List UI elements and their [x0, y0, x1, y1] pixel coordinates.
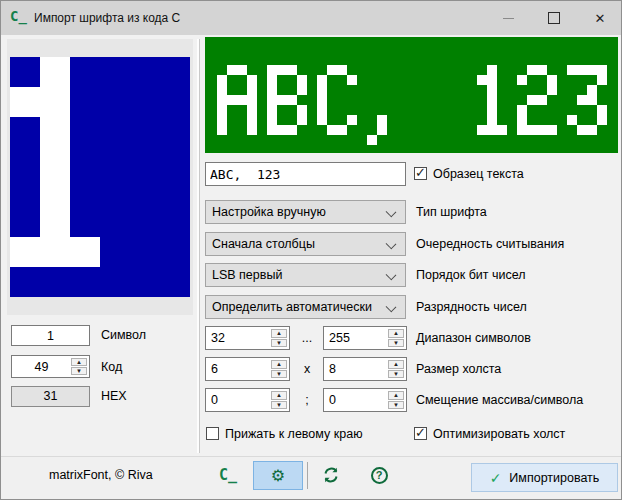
size-separator: x [290, 357, 324, 381]
maximize-icon [548, 12, 560, 24]
titlebar: C_ Импорт шрифта из кода C ✕ [1, 1, 621, 35]
spin-down-icon[interactable]: ▼ [388, 339, 404, 348]
range-to-value: 255 [329, 327, 350, 349]
glyph-pixel-canvas[interactable] [10, 57, 190, 297]
import-font-dialog: C_ Импорт шрифта из кода C ✕ Символ 49 ▲… [0, 0, 622, 500]
hex-label: HEX [101, 386, 127, 407]
font-type-label: Тип шрифта [416, 200, 487, 224]
toolbar-separator [307, 462, 308, 489]
spin-up-icon[interactable]: ▲ [271, 360, 287, 369]
spin-buttons: ▲▼ [271, 360, 287, 378]
array-offset-value: 0 [211, 389, 218, 411]
checkmark-icon: ✓ [415, 165, 426, 180]
code-label: Код [101, 355, 122, 379]
canvas-height-value: 8 [329, 358, 336, 380]
symbol-field[interactable] [11, 325, 90, 346]
chevron-down-icon [386, 270, 397, 281]
bit-depth-select[interactable]: Определить автоматически [205, 295, 406, 319]
code-value: 49 [12, 356, 71, 377]
optimize-canvas-checkbox[interactable]: ✓ [414, 427, 427, 440]
app-logo: C_ [219, 466, 237, 484]
code-spinner[interactable]: 49 ▲▼ [11, 355, 90, 378]
canvas-height-spinner[interactable]: 8 ▲▼ [323, 357, 407, 381]
spin-up-icon[interactable]: ▲ [71, 358, 87, 366]
range-from-spinner[interactable]: 32 ▲▼ [205, 326, 290, 350]
spin-buttons: ▲▼ [388, 391, 404, 409]
bit-order-value: LSB первый [212, 264, 282, 286]
spin-up-icon[interactable]: ▲ [271, 329, 287, 338]
code-spin-buttons: ▲▼ [71, 358, 87, 375]
canvas-size-label: Размер холста [416, 357, 501, 381]
align-left-label: Прижать к левому краю [225, 427, 363, 441]
offset-separator: ; [290, 388, 324, 412]
refresh-icon [321, 465, 341, 485]
read-order-label: Очередность считывания [416, 232, 564, 256]
spin-down-icon[interactable]: ▼ [271, 370, 287, 379]
align-left-checkbox[interactable]: ✓ [206, 427, 219, 440]
read-order-select[interactable]: Сначала столбцы [205, 232, 406, 256]
symbol-offset-value: 0 [329, 389, 336, 411]
font-type-select[interactable]: Настройка вручную [205, 200, 406, 224]
spin-down-icon[interactable]: ▼ [271, 339, 287, 348]
spin-up-icon[interactable]: ▲ [388, 360, 404, 369]
app-icon: C_ [10, 8, 27, 24]
sample-text-input[interactable] [205, 162, 406, 186]
sample-text-preview [205, 37, 618, 153]
credit-text: matrixFont, © Riva [49, 468, 153, 482]
spin-buttons: ▲▼ [271, 391, 287, 409]
spin-buttons: ▲▼ [388, 329, 404, 347]
canvas-width-value: 6 [211, 358, 218, 380]
window-title: Импорт шрифта из кода C [34, 1, 180, 35]
close-button[interactable]: ✕ [577, 1, 622, 35]
import-button[interactable]: ✓ Импортировать [471, 463, 618, 492]
font-type-value: Настройка вручную [212, 201, 326, 223]
maximize-button[interactable] [531, 1, 577, 35]
chevron-down-icon [386, 302, 397, 313]
read-order-value: Сначала столбцы [212, 233, 315, 255]
bit-depth-value: Определить автоматически [212, 296, 372, 318]
sample-text-checkbox-label: Образец текста [433, 167, 524, 181]
range-label: Диапазон символов [416, 326, 531, 350]
spin-up-icon[interactable]: ▲ [388, 329, 404, 338]
checkmark-icon: ✓ [415, 425, 426, 440]
refresh-button[interactable] [315, 459, 347, 491]
settings-button[interactable]: ⚙ [253, 461, 303, 490]
symbol-label: Символ [101, 325, 146, 346]
sample-text-checkbox[interactable]: ✓ [414, 167, 427, 180]
panel-splitter[interactable] [197, 39, 200, 453]
spin-buttons: ▲▼ [271, 329, 287, 347]
check-icon: ✓ [490, 470, 502, 486]
range-separator: ... [290, 326, 324, 350]
array-offset-spinner[interactable]: 0 ▲▼ [205, 388, 290, 412]
canvas-width-spinner[interactable]: 6 ▲▼ [205, 357, 290, 381]
range-from-value: 32 [211, 327, 225, 349]
close-icon: ✕ [595, 12, 606, 25]
spin-down-icon[interactable]: ▼ [388, 370, 404, 379]
bit-order-label: Порядок бит чисел [416, 263, 526, 287]
help-icon: ? [371, 467, 388, 484]
minimize-icon [503, 18, 514, 19]
optimize-canvas-label: Оптимизировать холст [433, 427, 565, 441]
offset-label: Смещение массива/символа [416, 388, 583, 412]
gear-icon: ⚙ [271, 468, 285, 484]
hex-field: 31 [11, 386, 90, 407]
chevron-down-icon [386, 207, 397, 218]
spin-up-icon[interactable]: ▲ [388, 391, 404, 400]
spin-down-icon[interactable]: ▼ [71, 367, 87, 375]
minimize-button[interactable] [485, 1, 531, 35]
chevron-down-icon [386, 239, 397, 250]
bit-order-select[interactable]: LSB первый [205, 263, 406, 287]
spin-buttons: ▲▼ [388, 360, 404, 378]
import-button-label: Импортировать [509, 471, 599, 485]
spin-up-icon[interactable]: ▲ [271, 391, 287, 400]
spin-down-icon[interactable]: ▼ [388, 401, 404, 410]
bit-depth-label: Разрядность чисел [416, 295, 527, 319]
spin-down-icon[interactable]: ▼ [271, 401, 287, 410]
range-to-spinner[interactable]: 255 ▲▼ [323, 326, 407, 350]
symbol-offset-spinner[interactable]: 0 ▲▼ [323, 388, 407, 412]
help-button[interactable]: ? [363, 459, 395, 491]
